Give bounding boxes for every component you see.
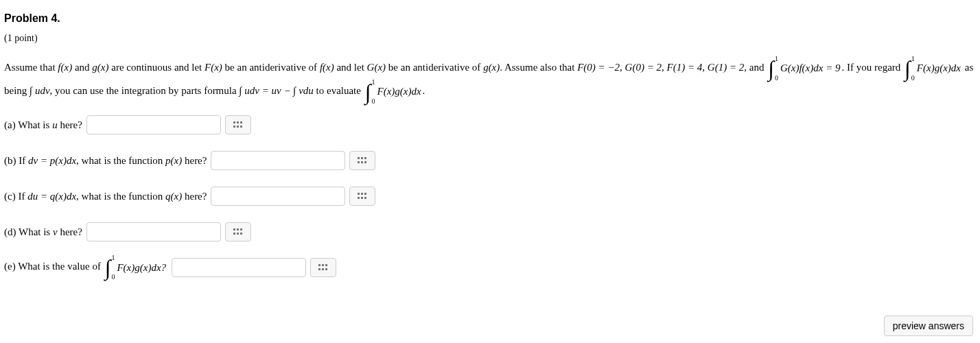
svg-rect-23 [240,233,242,235]
grid-icon [318,264,328,271]
grid-icon [358,193,367,200]
gx: g(x) [92,62,108,73]
part-c: (c) If du = q(x)dx, what is the function… [4,187,976,206]
answer-e-input[interactable] [172,258,306,277]
svg-rect-10 [361,161,363,163]
problem-points: (1 point) [4,33,976,44]
svg-rect-19 [237,228,239,230]
fx2: f(x) [320,62,334,73]
svg-rect-22 [237,233,239,235]
svg-rect-12 [358,193,360,195]
svg-rect-17 [364,197,366,199]
keypad-b-button[interactable] [349,151,375,170]
part-a: (a) What is u here? [4,115,976,134]
part-c-label: (c) If du = q(x)dx, what is the function… [4,191,207,202]
svg-rect-9 [358,161,360,163]
gx2: g(x) [483,62,500,73]
preview-answers-button[interactable]: preview answers [884,316,973,336]
part-e-label: (e) What is the value of ∫ 10 F(x)g(x)dx… [4,261,167,274]
text: be an antiderivative of [222,62,320,73]
part-d-label: (d) What is v here? [4,226,82,238]
text: and [749,62,767,73]
part-e: (e) What is the value of ∫ 10 F(x)g(x)dx… [4,258,976,277]
part-b: (b) If dv = p(x)dx, what is the function… [4,151,976,170]
integral-Gf: ∫ 10 G(x)f(x)dx = 9 [768,57,840,80]
svg-rect-21 [233,233,235,235]
Gx: G(x) [367,62,386,73]
svg-rect-4 [237,126,239,128]
svg-rect-5 [240,126,242,128]
svg-rect-8 [364,157,366,159]
problem-statement: Assume that f(x) and g(x) are continuous… [4,56,976,103]
integral-Fg-2: ∫ 10 F(x)g(x)dx [365,80,421,103]
text: to evaluate [314,85,364,96]
svg-rect-25 [322,264,324,266]
svg-rect-26 [325,264,327,266]
integral-Fg-e: ∫ 10 F(x)g(x)dx? [105,261,166,274]
part-a-label: (a) What is u here? [4,119,82,131]
grid-icon [358,157,367,164]
svg-rect-20 [240,228,242,230]
svg-rect-27 [318,268,320,270]
keypad-c-button[interactable] [349,187,375,206]
svg-rect-1 [237,121,239,123]
text: . Assume also that [500,62,577,73]
keypad-d-button[interactable] [225,222,251,241]
svg-rect-16 [361,197,363,199]
svg-rect-6 [358,157,360,159]
part-b-label: (b) If dv = p(x)dx, what is the function… [4,155,207,167]
svg-rect-28 [322,268,324,270]
svg-rect-13 [361,193,363,195]
svg-rect-14 [364,193,366,195]
text: and [72,62,92,73]
integral-Fg-1: ∫ 10 F(x)g(x)dx [905,57,961,80]
grid-icon [233,121,243,128]
text: , you can use the integration by parts f… [50,85,240,96]
part-d: (d) What is v here? [4,222,976,241]
udv: ∫ udv [30,85,50,96]
answer-d-input[interactable] [86,222,221,241]
grid-icon [233,228,243,235]
svg-rect-7 [361,157,363,159]
answer-c-input[interactable] [211,187,345,206]
text: . If you regard [842,62,904,73]
fx: f(x) [58,62,72,73]
svg-rect-24 [318,264,320,266]
svg-rect-11 [364,161,366,163]
keypad-a-button[interactable] [225,115,251,134]
answer-b-input[interactable] [211,151,345,170]
text: are continuous and let [108,62,205,73]
svg-rect-15 [358,197,360,199]
text: and let [334,62,367,73]
text: be an antiderivative of [386,62,483,73]
svg-rect-2 [240,121,242,123]
Fx: F(x) [205,62,222,73]
keypad-e-button[interactable] [310,258,336,277]
ibp-formula: ∫ udv = uv − ∫ vdu [239,85,313,96]
svg-rect-0 [233,121,235,123]
problem-title: Problem 4. [4,12,976,25]
svg-rect-18 [233,228,235,230]
svg-rect-29 [325,268,327,270]
svg-rect-3 [233,126,235,128]
answer-a-input[interactable] [86,115,221,134]
text: Assume that [4,62,58,73]
conditions: F(0) = −2, G(0) = 2, F(1) = 4, G(1) = 2, [577,62,749,73]
text: . [423,85,425,96]
